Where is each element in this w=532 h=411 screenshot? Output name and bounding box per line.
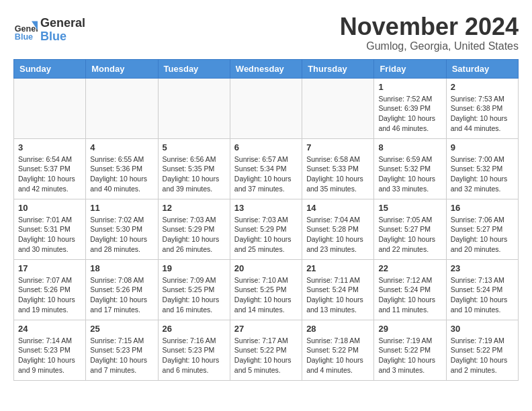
day-info: Sunrise: 7:18 AMSunset: 5:22 PMDaylight:… [306,336,369,375]
week-row-1: 3Sunrise: 6:54 AMSunset: 5:37 PMDaylight… [14,138,519,199]
calendar-cell-14: 14Sunrise: 7:04 AMSunset: 5:28 PMDayligh… [302,199,374,259]
calendar-header-saturday: Saturday [446,59,518,78]
day-number: 11 [90,203,153,213]
calendar-cell-15: 15Sunrise: 7:05 AMSunset: 5:27 PMDayligh… [374,199,446,259]
calendar-cell-23: 23Sunrise: 7:13 AMSunset: 5:24 PMDayligh… [446,259,518,320]
logo-general: General [40,17,85,30]
logo-blue: Blue [40,30,85,44]
calendar-cell-20: 20Sunrise: 7:10 AMSunset: 5:25 PMDayligh… [230,259,302,320]
calendar-cell-empty [230,78,302,138]
calendar-cell-19: 19Sunrise: 7:09 AMSunset: 5:25 PMDayligh… [158,259,230,320]
calendar-cell-9: 9Sunrise: 7:00 AMSunset: 5:32 PMDaylight… [446,138,518,199]
day-number: 28 [306,324,369,334]
day-number: 2 [451,82,514,92]
calendar-table: SundayMondayTuesdayWednesdayThursdayFrid… [13,59,519,381]
day-info: Sunrise: 7:11 AMSunset: 5:24 PMDaylight:… [306,275,369,315]
day-number: 5 [163,142,226,152]
calendar-cell-4: 4Sunrise: 6:55 AMSunset: 5:36 PMDaylight… [86,138,158,199]
day-info: Sunrise: 7:52 AMSunset: 6:39 PMDaylight:… [378,94,441,134]
day-info: Sunrise: 7:09 AMSunset: 5:25 PMDaylight:… [163,275,226,315]
day-info: Sunrise: 7:02 AMSunset: 5:30 PMDaylight:… [90,215,153,255]
calendar-header-monday: Monday [86,59,158,78]
calendar-cell-empty [86,78,158,138]
day-info: Sunrise: 7:15 AMSunset: 5:23 PMDaylight:… [90,336,153,375]
week-row-3: 17Sunrise: 7:07 AMSunset: 5:26 PMDayligh… [14,259,519,320]
day-number: 20 [234,263,298,273]
calendar-cell-25: 25Sunrise: 7:15 AMSunset: 5:23 PMDayligh… [86,320,158,380]
day-number: 29 [378,324,441,334]
day-number: 15 [378,203,441,213]
day-number: 4 [90,142,153,152]
day-info: Sunrise: 7:10 AMSunset: 5:25 PMDaylight:… [234,275,298,315]
day-number: 12 [163,203,226,213]
day-number: 30 [451,324,514,334]
day-info: Sunrise: 7:12 AMSunset: 5:24 PMDaylight:… [378,275,441,315]
day-number: 25 [90,324,153,334]
day-info: Sunrise: 7:04 AMSunset: 5:28 PMDaylight:… [306,215,369,255]
calendar-cell-empty [14,78,86,138]
calendar-cell-12: 12Sunrise: 7:03 AMSunset: 5:29 PMDayligh… [158,199,230,259]
page-header: General Blue GeneralBlue November 2024 G… [13,13,519,52]
calendar-cell-7: 7Sunrise: 6:58 AMSunset: 5:33 PMDaylight… [302,138,374,199]
day-number: 13 [234,203,298,213]
week-row-2: 10Sunrise: 7:01 AMSunset: 5:31 PMDayligh… [14,199,519,259]
svg-text:Blue: Blue [15,32,33,42]
day-number: 26 [163,324,226,334]
day-info: Sunrise: 7:06 AMSunset: 5:27 PMDaylight:… [451,215,514,255]
day-info: Sunrise: 6:55 AMSunset: 5:36 PMDaylight:… [90,154,153,194]
calendar-cell-29: 29Sunrise: 7:19 AMSunset: 5:22 PMDayligh… [374,320,446,380]
day-number: 14 [306,203,369,213]
calendar-cell-5: 5Sunrise: 6:56 AMSunset: 5:35 PMDaylight… [158,138,230,199]
calendar-cell-11: 11Sunrise: 7:02 AMSunset: 5:30 PMDayligh… [86,199,158,259]
calendar-cell-27: 27Sunrise: 7:17 AMSunset: 5:22 PMDayligh… [230,320,302,380]
week-row-0: 1Sunrise: 7:52 AMSunset: 6:39 PMDaylight… [14,78,519,138]
week-row-4: 24Sunrise: 7:14 AMSunset: 5:23 PMDayligh… [14,320,519,380]
calendar-cell-3: 3Sunrise: 6:54 AMSunset: 5:37 PMDaylight… [14,138,86,199]
calendar-cell-26: 26Sunrise: 7:16 AMSunset: 5:23 PMDayligh… [158,320,230,380]
logo[interactable]: General Blue GeneralBlue [13,17,85,44]
day-info: Sunrise: 6:54 AMSunset: 5:37 PMDaylight:… [18,154,81,194]
calendar-header-friday: Friday [374,59,446,78]
day-info: Sunrise: 6:59 AMSunset: 5:32 PMDaylight:… [378,154,441,194]
logo-text: GeneralBlue [40,17,85,44]
day-number: 8 [378,142,441,152]
day-info: Sunrise: 7:53 AMSunset: 6:38 PMDaylight:… [451,94,514,134]
calendar-header-thursday: Thursday [302,59,374,78]
calendar-cell-6: 6Sunrise: 6:57 AMSunset: 5:34 PMDaylight… [230,138,302,199]
day-number: 6 [234,142,298,152]
day-number: 10 [18,203,81,213]
day-info: Sunrise: 6:57 AMSunset: 5:34 PMDaylight:… [234,154,298,194]
day-number: 17 [18,263,81,273]
calendar-header-wednesday: Wednesday [230,59,302,78]
day-number: 22 [378,263,441,273]
calendar-cell-21: 21Sunrise: 7:11 AMSunset: 5:24 PMDayligh… [302,259,374,320]
day-number: 24 [18,324,81,334]
day-info: Sunrise: 7:13 AMSunset: 5:24 PMDaylight:… [451,275,514,315]
day-number: 21 [306,263,369,273]
day-number: 16 [451,203,514,213]
day-info: Sunrise: 7:19 AMSunset: 5:22 PMDaylight:… [378,336,441,375]
day-number: 23 [451,263,514,273]
calendar-cell-22: 22Sunrise: 7:12 AMSunset: 5:24 PMDayligh… [374,259,446,320]
day-info: Sunrise: 6:58 AMSunset: 5:33 PMDaylight:… [306,154,369,194]
day-info: Sunrise: 7:16 AMSunset: 5:23 PMDaylight:… [163,336,226,375]
calendar-cell-28: 28Sunrise: 7:18 AMSunset: 5:22 PMDayligh… [302,320,374,380]
calendar-header-sunday: Sunday [14,59,86,78]
day-info: Sunrise: 7:03 AMSunset: 5:29 PMDaylight:… [234,215,298,255]
day-number: 1 [378,82,441,92]
calendar-header-tuesday: Tuesday [158,59,230,78]
calendar-cell-empty [158,78,230,138]
day-info: Sunrise: 7:05 AMSunset: 5:27 PMDaylight:… [378,215,441,255]
day-info: Sunrise: 7:00 AMSunset: 5:32 PMDaylight:… [451,154,514,194]
calendar-cell-empty [302,78,374,138]
day-info: Sunrise: 7:08 AMSunset: 5:26 PMDaylight:… [90,275,153,315]
location: Gumlog, Georgia, United States [340,40,519,52]
calendar-cell-16: 16Sunrise: 7:06 AMSunset: 5:27 PMDayligh… [446,199,518,259]
calendar-cell-10: 10Sunrise: 7:01 AMSunset: 5:31 PMDayligh… [14,199,86,259]
day-info: Sunrise: 7:07 AMSunset: 5:26 PMDaylight:… [18,275,81,315]
month-title: November 2024 [340,13,519,40]
title-section: November 2024 Gumlog, Georgia, United St… [340,13,519,52]
day-info: Sunrise: 7:01 AMSunset: 5:31 PMDaylight:… [18,215,81,255]
day-number: 27 [234,324,298,334]
calendar-cell-2: 2Sunrise: 7:53 AMSunset: 6:38 PMDaylight… [446,78,518,138]
